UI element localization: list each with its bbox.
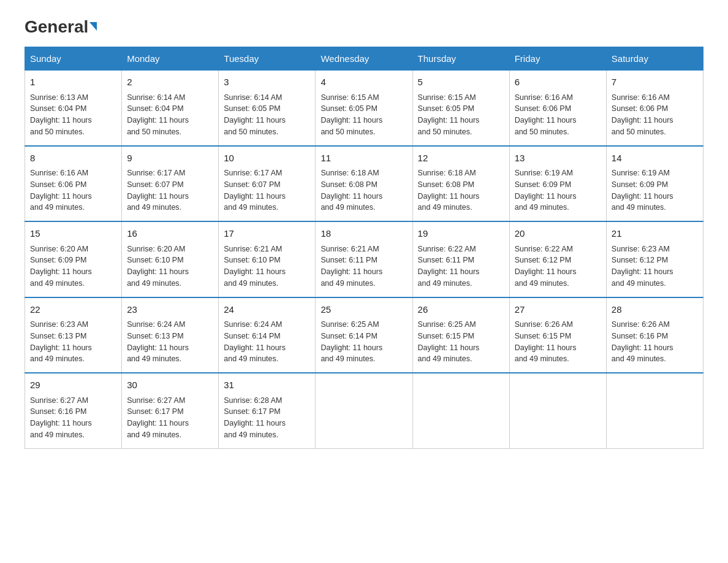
day-info: Sunrise: 6:21 AM Sunset: 6:10 PM Dayligh… <box>224 243 310 289</box>
day-number: 25 <box>320 303 407 317</box>
day-info: Sunrise: 6:20 AM Sunset: 6:09 PM Dayligh… <box>30 243 116 289</box>
day-number: 3 <box>224 75 310 90</box>
day-number: 16 <box>127 227 213 241</box>
logo-triangle-icon <box>89 22 97 31</box>
day-info: Sunrise: 6:22 AM Sunset: 6:12 PM Dayligh… <box>515 243 601 289</box>
day-number: 20 <box>515 227 601 241</box>
calendar-cell: 16 Sunrise: 6:20 AM Sunset: 6:10 PM Dayl… <box>122 221 219 297</box>
calendar-cell: 14 Sunrise: 6:19 AM Sunset: 6:09 PM Dayl… <box>606 146 703 222</box>
day-number: 8 <box>30 151 116 166</box>
calendar-cell: 22 Sunrise: 6:23 AM Sunset: 6:13 PM Dayl… <box>25 297 122 373</box>
day-info: Sunrise: 6:25 AM Sunset: 6:15 PM Dayligh… <box>418 319 504 365</box>
logo-general: General <box>25 18 97 36</box>
day-info: Sunrise: 6:25 AM Sunset: 6:14 PM Dayligh… <box>320 319 407 365</box>
week-row-3: 15 Sunrise: 6:20 AM Sunset: 6:09 PM Dayl… <box>25 221 703 297</box>
day-info: Sunrise: 6:26 AM Sunset: 6:15 PM Dayligh… <box>515 319 601 365</box>
day-number: 9 <box>127 151 213 166</box>
calendar-cell: 11 Sunrise: 6:18 AM Sunset: 6:08 PM Dayl… <box>316 146 412 222</box>
day-info: Sunrise: 6:16 AM Sunset: 6:06 PM Dayligh… <box>30 167 116 213</box>
day-info: Sunrise: 6:22 AM Sunset: 6:11 PM Dayligh… <box>418 243 504 289</box>
day-number: 26 <box>418 303 504 317</box>
calendar-cell <box>412 373 509 448</box>
col-header-friday: Friday <box>509 47 606 71</box>
day-info: Sunrise: 6:26 AM Sunset: 6:16 PM Dayligh… <box>612 319 698 365</box>
day-number: 1 <box>30 75 116 90</box>
day-number: 7 <box>612 75 698 90</box>
day-number: 27 <box>515 303 601 317</box>
day-number: 28 <box>612 303 698 317</box>
calendar-cell: 7 Sunrise: 6:16 AM Sunset: 6:06 PM Dayli… <box>606 71 703 146</box>
calendar-cell: 9 Sunrise: 6:17 AM Sunset: 6:07 PM Dayli… <box>122 146 219 222</box>
calendar-cell: 23 Sunrise: 6:24 AM Sunset: 6:13 PM Dayl… <box>122 297 219 373</box>
calendar-cell: 25 Sunrise: 6:25 AM Sunset: 6:14 PM Dayl… <box>316 297 412 373</box>
calendar-cell: 13 Sunrise: 6:19 AM Sunset: 6:09 PM Dayl… <box>509 146 606 222</box>
calendar-cell: 28 Sunrise: 6:26 AM Sunset: 6:16 PM Dayl… <box>606 297 703 373</box>
day-info: Sunrise: 6:16 AM Sunset: 6:06 PM Dayligh… <box>515 92 601 138</box>
calendar-cell: 19 Sunrise: 6:22 AM Sunset: 6:11 PM Dayl… <box>412 221 509 297</box>
calendar-cell: 15 Sunrise: 6:20 AM Sunset: 6:09 PM Dayl… <box>25 221 122 297</box>
calendar-cell: 6 Sunrise: 6:16 AM Sunset: 6:06 PM Dayli… <box>509 71 606 146</box>
day-number: 19 <box>418 227 504 241</box>
page-header: General <box>25 18 703 34</box>
calendar-cell: 10 Sunrise: 6:17 AM Sunset: 6:07 PM Dayl… <box>219 146 316 222</box>
day-info: Sunrise: 6:21 AM Sunset: 6:11 PM Dayligh… <box>320 243 407 289</box>
col-header-saturday: Saturday <box>606 47 703 71</box>
calendar-cell: 29 Sunrise: 6:27 AM Sunset: 6:16 PM Dayl… <box>25 373 122 448</box>
day-info: Sunrise: 6:20 AM Sunset: 6:10 PM Dayligh… <box>127 243 213 289</box>
day-number: 5 <box>418 75 504 90</box>
col-header-wednesday: Wednesday <box>316 47 412 71</box>
day-number: 18 <box>320 227 407 241</box>
calendar-cell <box>509 373 606 448</box>
calendar-cell: 21 Sunrise: 6:23 AM Sunset: 6:12 PM Dayl… <box>606 221 703 297</box>
col-header-thursday: Thursday <box>412 47 509 71</box>
day-info: Sunrise: 6:28 AM Sunset: 6:17 PM Dayligh… <box>224 395 310 441</box>
calendar-cell: 3 Sunrise: 6:14 AM Sunset: 6:05 PM Dayli… <box>219 71 316 146</box>
day-number: 10 <box>224 151 310 166</box>
col-header-sunday: Sunday <box>25 47 122 71</box>
day-info: Sunrise: 6:13 AM Sunset: 6:04 PM Dayligh… <box>30 92 116 138</box>
day-number: 22 <box>30 303 116 317</box>
day-info: Sunrise: 6:27 AM Sunset: 6:16 PM Dayligh… <box>30 395 116 441</box>
calendar-cell: 2 Sunrise: 6:14 AM Sunset: 6:04 PM Dayli… <box>122 71 219 146</box>
col-header-monday: Monday <box>122 47 219 71</box>
calendar-table: SundayMondayTuesdayWednesdayThursdayFrid… <box>25 47 703 449</box>
calendar-cell: 4 Sunrise: 6:15 AM Sunset: 6:05 PM Dayli… <box>316 71 412 146</box>
day-number: 12 <box>418 151 504 166</box>
day-info: Sunrise: 6:17 AM Sunset: 6:07 PM Dayligh… <box>127 167 213 213</box>
calendar-cell <box>606 373 703 448</box>
day-info: Sunrise: 6:19 AM Sunset: 6:09 PM Dayligh… <box>515 167 601 213</box>
day-info: Sunrise: 6:17 AM Sunset: 6:07 PM Dayligh… <box>224 167 310 213</box>
day-number: 21 <box>612 227 698 241</box>
day-number: 23 <box>127 303 213 317</box>
day-number: 24 <box>224 303 310 317</box>
day-number: 29 <box>30 378 116 393</box>
day-number: 11 <box>320 151 407 166</box>
day-number: 13 <box>515 151 601 166</box>
day-number: 4 <box>320 75 407 90</box>
day-number: 30 <box>127 378 213 393</box>
week-row-5: 29 Sunrise: 6:27 AM Sunset: 6:16 PM Dayl… <box>25 373 703 448</box>
col-header-tuesday: Tuesday <box>219 47 316 71</box>
calendar-cell: 5 Sunrise: 6:15 AM Sunset: 6:05 PM Dayli… <box>412 71 509 146</box>
day-info: Sunrise: 6:23 AM Sunset: 6:13 PM Dayligh… <box>30 319 116 365</box>
day-number: 31 <box>224 378 310 393</box>
calendar-cell: 1 Sunrise: 6:13 AM Sunset: 6:04 PM Dayli… <box>25 71 122 146</box>
calendar-header-row: SundayMondayTuesdayWednesdayThursdayFrid… <box>25 47 703 71</box>
calendar-cell: 27 Sunrise: 6:26 AM Sunset: 6:15 PM Dayl… <box>509 297 606 373</box>
day-info: Sunrise: 6:24 AM Sunset: 6:14 PM Dayligh… <box>224 319 310 365</box>
day-info: Sunrise: 6:24 AM Sunset: 6:13 PM Dayligh… <box>127 319 213 365</box>
day-number: 6 <box>515 75 601 90</box>
week-row-1: 1 Sunrise: 6:13 AM Sunset: 6:04 PM Dayli… <box>25 71 703 146</box>
calendar-cell: 8 Sunrise: 6:16 AM Sunset: 6:06 PM Dayli… <box>25 146 122 222</box>
day-info: Sunrise: 6:14 AM Sunset: 6:04 PM Dayligh… <box>127 92 213 138</box>
calendar-cell: 20 Sunrise: 6:22 AM Sunset: 6:12 PM Dayl… <box>509 221 606 297</box>
calendar-cell: 24 Sunrise: 6:24 AM Sunset: 6:14 PM Dayl… <box>219 297 316 373</box>
day-info: Sunrise: 6:23 AM Sunset: 6:12 PM Dayligh… <box>612 243 698 289</box>
day-info: Sunrise: 6:16 AM Sunset: 6:06 PM Dayligh… <box>612 92 698 138</box>
day-info: Sunrise: 6:18 AM Sunset: 6:08 PM Dayligh… <box>418 167 504 213</box>
week-row-2: 8 Sunrise: 6:16 AM Sunset: 6:06 PM Dayli… <box>25 146 703 222</box>
calendar-cell: 31 Sunrise: 6:28 AM Sunset: 6:17 PM Dayl… <box>219 373 316 448</box>
week-row-4: 22 Sunrise: 6:23 AM Sunset: 6:13 PM Dayl… <box>25 297 703 373</box>
day-number: 17 <box>224 227 310 241</box>
day-number: 14 <box>612 151 698 166</box>
